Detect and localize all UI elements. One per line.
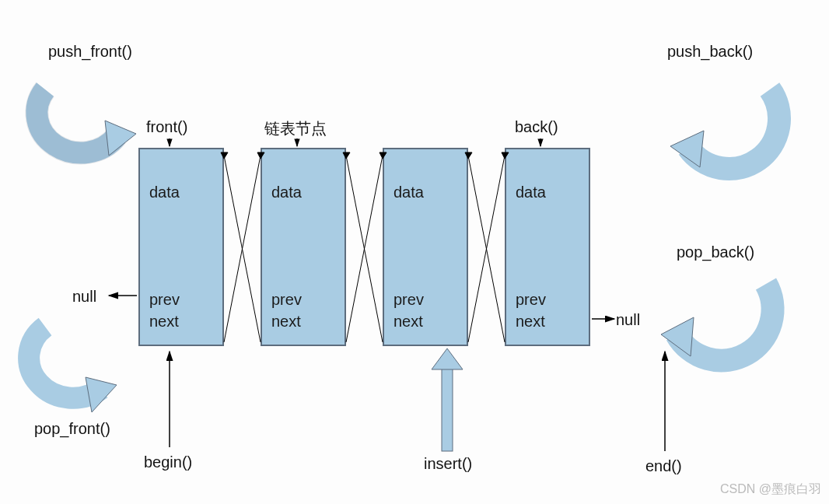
- svg-line-7: [224, 156, 261, 342]
- svg-line-11: [468, 156, 505, 342]
- svg-line-10: [346, 156, 383, 342]
- node-4-prev: prev: [516, 291, 579, 309]
- svg-marker-1: [86, 377, 117, 412]
- insert-label: insert(): [424, 455, 472, 473]
- node-4-next: next: [516, 313, 579, 331]
- node-3-next: next: [394, 313, 457, 331]
- node-4: data prev next: [505, 148, 590, 346]
- node-2-next: next: [271, 313, 335, 331]
- back-header-label: back(): [515, 118, 558, 136]
- push-back-arrow-icon: [670, 89, 779, 169]
- push-back-label: push_back(): [667, 43, 753, 61]
- null-right-label: null: [616, 311, 640, 329]
- watermark-text: CSDN @墨痕白羽: [720, 481, 821, 498]
- svg-marker-20: [432, 348, 463, 369]
- svg-rect-19: [442, 366, 453, 451]
- node-2-prev: prev: [271, 291, 335, 309]
- svg-marker-0: [105, 121, 136, 156]
- end-label: end(): [645, 457, 682, 475]
- pop-front-arrow-icon: [29, 327, 117, 412]
- svg-line-9: [346, 156, 383, 342]
- null-left-label: null: [72, 288, 96, 306]
- node-1-next: next: [149, 313, 213, 331]
- list-node-header-label: 链表节点: [264, 118, 327, 139]
- diagram-stage: push_front() pop_front() push_back() pop…: [0, 0, 829, 504]
- node-1: data prev next: [138, 148, 224, 346]
- node-2-data: data: [271, 184, 335, 201]
- svg-marker-2: [670, 131, 704, 167]
- svg-marker-3: [661, 317, 694, 356]
- front-header-label: front(): [146, 118, 187, 136]
- node-4-data: data: [516, 184, 579, 201]
- begin-label: begin(): [144, 453, 192, 471]
- node-3: data prev next: [383, 148, 468, 346]
- push-front-arrow-icon: [37, 89, 136, 156]
- insert-arrow-icon: [432, 348, 463, 451]
- svg-line-12: [468, 156, 505, 342]
- pop-back-label: pop_back(): [677, 243, 754, 261]
- pop-front-label: pop_front(): [34, 420, 110, 438]
- node-3-data: data: [394, 184, 457, 201]
- node-2: data prev next: [261, 148, 346, 346]
- node-1-prev: prev: [149, 291, 213, 309]
- pop-back-arrow-icon: [661, 284, 773, 361]
- node-3-prev: prev: [394, 291, 457, 309]
- push-front-label: push_front(): [48, 43, 132, 61]
- node-1-data: data: [149, 184, 213, 201]
- svg-line-8: [224, 156, 261, 342]
